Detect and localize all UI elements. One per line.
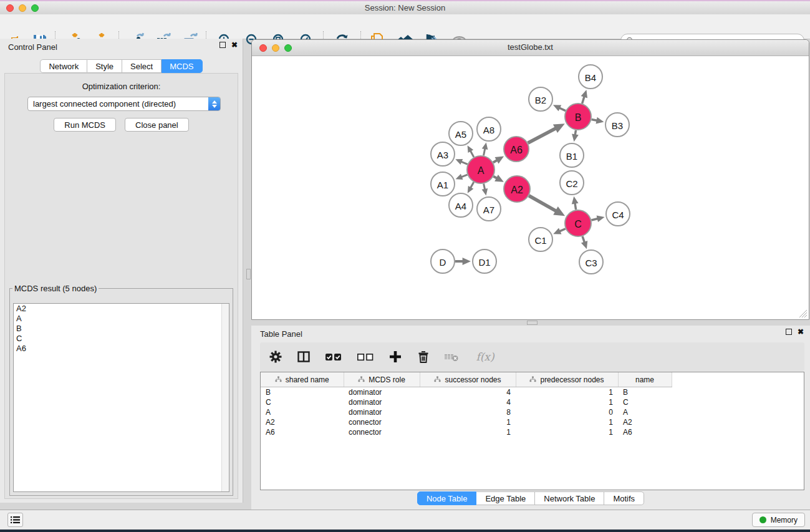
graph-edge[interactable] <box>582 236 584 243</box>
close-panel-button[interactable]: Close panel <box>125 118 189 132</box>
resize-grip-icon[interactable] <box>799 310 808 318</box>
table-cell[interactable]: 1 <box>420 417 516 427</box>
table-cell[interactable]: 1 <box>516 387 618 398</box>
float-table-panel-icon[interactable] <box>786 329 792 335</box>
table-row[interactable]: A2connector11A2 <box>261 417 804 427</box>
table-cell[interactable]: dominator <box>344 387 420 398</box>
graph-edge[interactable] <box>484 148 485 155</box>
tab-node-table[interactable]: Node Table <box>417 491 477 505</box>
add-row-icon[interactable] <box>387 349 403 365</box>
table-cell[interactable]: dominator <box>344 407 420 417</box>
graph-edge[interactable] <box>471 182 474 188</box>
header-filler <box>672 372 804 387</box>
table-cell[interactable]: C <box>618 397 672 407</box>
control-panel-title: Control Panel <box>8 42 57 52</box>
run-mcds-button[interactable]: Run MCDS <box>54 118 116 132</box>
table-row[interactable]: A6connector11A6 <box>261 427 804 437</box>
graph-edge[interactable] <box>591 219 597 220</box>
graph-node-label: A5 <box>455 129 466 140</box>
table-cell[interactable]: 1 <box>420 427 516 437</box>
graph-edge[interactable] <box>582 97 585 104</box>
graph-edge[interactable] <box>529 196 556 211</box>
graph-edge-arrowhead <box>572 196 579 205</box>
graph-edge-arrowhead <box>482 188 488 196</box>
column-header-mcds-role[interactable]: MCDS role <box>344 372 420 387</box>
delete-table-icon[interactable] <box>443 349 460 365</box>
settings-gear-icon[interactable] <box>268 349 284 365</box>
float-panel-icon[interactable] <box>219 42 226 48</box>
table-cell[interactable]: A <box>261 407 344 417</box>
table-cell[interactable]: 1 <box>516 417 618 427</box>
table-cell[interactable]: C <box>261 397 344 407</box>
result-scrollbar[interactable] <box>221 304 229 491</box>
network-canvas[interactable]: B4B2BB3A5A8A6B1A3AC2A1A2A4A7C4CC1C3DD1 <box>252 56 809 319</box>
result-item[interactable]: C <box>14 334 229 344</box>
table-row[interactable]: Bdominator41B <box>261 387 804 398</box>
graph-edge[interactable] <box>575 203 576 210</box>
graph-edge[interactable] <box>592 119 597 120</box>
result-item[interactable]: A2 <box>14 304 229 314</box>
tab-motifs[interactable]: Motifs <box>604 491 644 505</box>
vertical-splitter-handle[interactable] <box>246 269 251 279</box>
result-item[interactable]: B <box>14 324 229 334</box>
graph-edge-arrowhead <box>456 174 463 180</box>
tab-edge-table[interactable]: Edge Table <box>476 491 535 505</box>
task-history-button[interactable] <box>7 513 23 527</box>
table-cell[interactable]: A6 <box>618 427 672 437</box>
column-header-predecessor-nodes[interactable]: predecessor nodes <box>516 372 618 387</box>
table-cell[interactable]: 8 <box>420 407 516 417</box>
network-window-titlebar[interactable]: testGlobe.txt <box>252 40 809 56</box>
tab-mcds[interactable]: MCDS <box>162 59 202 73</box>
optimization-criterion-label: Optimization criterion: <box>5 82 238 91</box>
graph-edge[interactable] <box>559 108 566 111</box>
table-cell[interactable]: dominator <box>344 397 420 407</box>
column-header-successor-nodes[interactable]: successor nodes <box>420 372 516 387</box>
table-cell[interactable]: connector <box>344 427 420 437</box>
table-row[interactable]: Cdominator41C <box>261 397 804 407</box>
mcds-result-list[interactable]: A2ABCA6 <box>13 303 229 492</box>
node-table: shared name MCDS role successor nodes pr… <box>260 372 804 490</box>
graph-edge[interactable] <box>559 229 565 231</box>
table-cell[interactable]: B <box>261 387 344 398</box>
graph-edge[interactable] <box>575 130 576 135</box>
table-cell[interactable]: A6 <box>261 427 344 437</box>
tab-network[interactable]: Network <box>40 59 87 73</box>
table-cell[interactable]: B <box>618 387 672 398</box>
table-cell[interactable]: A <box>618 407 672 417</box>
table-cell[interactable]: A2 <box>261 417 344 427</box>
delete-row-trash-icon[interactable] <box>415 349 432 365</box>
tab-select[interactable]: Select <box>122 59 162 73</box>
graph-edge[interactable] <box>470 151 474 157</box>
close-table-panel-icon[interactable]: ✖ <box>798 329 804 335</box>
graph-edge[interactable] <box>461 175 468 177</box>
table-cell[interactable]: 0 <box>516 407 618 417</box>
tab-style[interactable]: Style <box>87 59 122 73</box>
table-cell[interactable]: 4 <box>420 387 516 398</box>
graph-edge[interactable] <box>528 128 556 143</box>
tab-network-table[interactable]: Network Table <box>535 491 604 505</box>
table-panel: Table Panel ✖ <box>251 326 810 510</box>
graph-edge[interactable] <box>493 160 497 163</box>
table-cell[interactable]: 4 <box>420 397 516 407</box>
show-columns-icon[interactable] <box>296 349 312 365</box>
table-cell-filler <box>672 427 804 437</box>
graph-node-label: A <box>478 165 485 176</box>
deselect-all-icon[interactable] <box>355 349 375 365</box>
column-header-name[interactable]: name <box>618 372 672 387</box>
table-cell[interactable]: 1 <box>516 427 618 437</box>
table-row[interactable]: Adominator80A <box>261 407 804 417</box>
table-cell[interactable]: 1 <box>516 397 618 407</box>
close-panel-icon[interactable]: ✖ <box>231 42 238 48</box>
horizontal-splitter-handle[interactable] <box>527 321 538 325</box>
memory-button[interactable]: Memory <box>752 513 805 527</box>
criterion-select[interactable]: largest connected component (directed) <box>27 97 221 111</box>
result-item[interactable]: A <box>14 314 229 324</box>
result-item[interactable]: A6 <box>14 344 229 354</box>
graph-edge[interactable] <box>484 184 485 190</box>
table-cell[interactable]: connector <box>344 417 420 427</box>
select-all-icon[interactable] <box>324 349 344 365</box>
function-builder-icon[interactable]: f(x) <box>471 349 499 365</box>
column-header-shared-name[interactable]: shared name <box>261 372 344 387</box>
graph-edge[interactable] <box>461 162 467 164</box>
table-cell[interactable]: A2 <box>618 417 672 427</box>
